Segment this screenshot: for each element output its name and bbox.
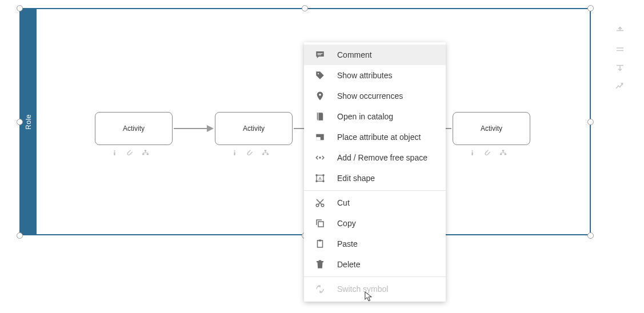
menu-item-copy[interactable]: Copy [304, 213, 446, 234]
menu-item-label: Comment [337, 50, 372, 59]
activity-attachments [111, 149, 149, 159]
menu-item-paste[interactable]: Paste [304, 234, 446, 254]
context-menu: Comment Show attributes Show occurrences… [304, 42, 446, 302]
switch-symbol-icon [314, 284, 326, 294]
svg-rect-11 [471, 152, 473, 155]
free-space-icon [314, 153, 326, 163]
menu-item-label: Show attributes [337, 71, 393, 80]
svg-rect-10 [471, 150, 473, 151]
menu-item-label: Copy [337, 219, 356, 228]
svg-rect-7 [265, 150, 266, 152]
svg-rect-12 [502, 150, 504, 152]
arrow-head-icon [207, 125, 214, 132]
info-icon [111, 149, 118, 159]
org-icon [262, 149, 269, 159]
svg-rect-1 [114, 152, 115, 155]
trend-icon[interactable] [614, 81, 628, 94]
sequence-flow[interactable] [446, 128, 451, 129]
svg-rect-0 [114, 150, 115, 151]
menu-item-show-attributes[interactable]: Show attributes [304, 65, 446, 86]
svg-rect-32 [318, 240, 323, 247]
svg-rect-14 [505, 154, 506, 155]
svg-point-27 [316, 180, 317, 182]
paste-icon [314, 239, 326, 249]
svg-rect-9 [267, 154, 269, 155]
selection-handle[interactable] [302, 5, 308, 11]
activity-label: Activity [481, 125, 502, 133]
svg-rect-4 [147, 154, 149, 155]
book-icon [314, 111, 326, 122]
svg-point-25 [316, 175, 317, 176]
menu-item-open-catalog[interactable]: Open in catalog [304, 106, 446, 127]
svg-rect-2 [145, 150, 146, 152]
menu-item-switch-symbol: Switch symbol [304, 279, 446, 299]
selection-handle[interactable] [17, 119, 23, 125]
align-middle-icon[interactable] [614, 45, 628, 57]
attachment-icon [246, 149, 254, 159]
menu-item-cut[interactable]: Cut [304, 192, 446, 213]
svg-rect-5 [234, 150, 235, 151]
activity-node[interactable]: Activity [95, 112, 173, 145]
selection-handle[interactable] [587, 119, 594, 125]
org-icon [142, 149, 149, 159]
menu-item-free-space[interactable]: Add / Remove free space [304, 147, 446, 168]
align-top-icon[interactable] [614, 26, 628, 39]
align-bottom-icon[interactable] [614, 63, 628, 75]
svg-rect-21 [316, 137, 321, 140]
menu-item-label: Edit shape [337, 174, 375, 183]
menu-item-edit-shape[interactable]: A Edit shape [304, 168, 446, 188]
activity-label: Activity [123, 125, 145, 133]
svg-point-28 [323, 180, 324, 182]
activity-attachments [469, 149, 507, 159]
svg-rect-33 [319, 240, 322, 242]
menu-item-label: Delete [337, 260, 360, 269]
menu-separator [304, 190, 446, 191]
menu-item-label: Paste [337, 239, 358, 248]
svg-rect-8 [262, 154, 264, 155]
svg-rect-19 [318, 113, 318, 121]
menu-item-delete[interactable]: Delete [304, 254, 446, 275]
menu-item-label: Show occurrences [337, 91, 403, 101]
svg-point-18 [319, 94, 321, 96]
svg-point-22 [319, 157, 321, 158]
menu-item-show-occurrences[interactable]: Show occurrences [304, 86, 446, 106]
menu-item-place-attribute[interactable]: Place attribute at object [304, 127, 446, 147]
svg-rect-31 [318, 222, 323, 227]
cursor-icon [365, 291, 373, 304]
place-attribute-icon [314, 132, 326, 142]
tag-icon [314, 70, 326, 81]
sequence-flow[interactable] [294, 128, 304, 129]
svg-point-26 [323, 175, 324, 176]
pool-header[interactable]: Role [21, 9, 37, 234]
selection-handle[interactable] [17, 232, 23, 239]
svg-rect-6 [234, 152, 235, 155]
menu-separator [304, 276, 446, 277]
svg-rect-16 [318, 54, 322, 55]
attachment-icon [126, 149, 134, 159]
sequence-flow[interactable] [174, 128, 207, 129]
copy-icon [314, 218, 326, 228]
activity-node[interactable]: Activity [453, 112, 530, 145]
selection-handle[interactable] [17, 5, 23, 11]
menu-item-label: Add / Remove free space [337, 153, 427, 162]
menu-item-label: Place attribute at object [337, 133, 421, 142]
svg-point-17 [318, 73, 319, 74]
selection-handle[interactable] [587, 5, 594, 11]
info-icon [469, 149, 476, 159]
side-toolbar [614, 26, 628, 94]
svg-rect-3 [142, 154, 144, 155]
selection-handle[interactable] [587, 232, 594, 239]
svg-rect-15 [318, 53, 323, 54]
menu-item-label: Switch symbol [337, 284, 388, 294]
menu-item-comment[interactable]: Comment [304, 45, 446, 65]
attachment-icon [484, 149, 491, 159]
activity-attachments [231, 149, 269, 159]
delete-icon [314, 259, 326, 270]
comment-icon [314, 50, 326, 60]
activity-label: Activity [243, 125, 265, 133]
diagram-canvas[interactable]: Role Activity Activity Activity [0, 0, 644, 313]
activity-node[interactable]: Activity [215, 112, 293, 145]
menu-item-label: Open in catalog [337, 112, 393, 121]
pool-label: Role [25, 114, 33, 130]
location-icon [314, 91, 326, 101]
